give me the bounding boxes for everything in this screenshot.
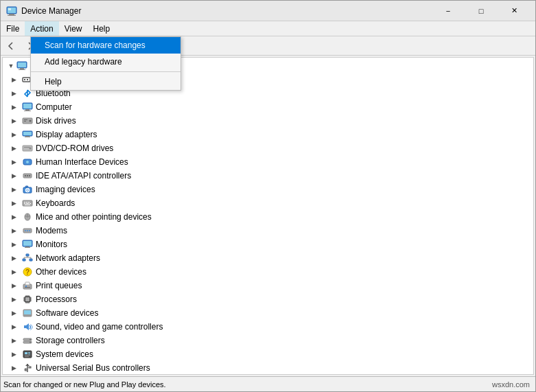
svg-point-43: [27, 175, 28, 176]
device-icon-usb: [22, 362, 33, 373]
tree-item-system[interactable]: ▶System devices: [3, 347, 533, 361]
device-icon-hid: [22, 157, 33, 168]
tree-item-imaging[interactable]: ▶Imaging devices: [3, 183, 533, 196]
svg-point-42: [25, 175, 26, 176]
expand-icon-bluetooth: ▶: [8, 88, 19, 99]
device-icon-modems: [22, 225, 33, 236]
app-icon: [6, 5, 17, 16]
svg-rect-46: [25, 186, 28, 187]
tree-item-processors[interactable]: ▶Processors: [3, 292, 533, 306]
root-expand-icon: ▼: [5, 60, 16, 71]
menu-add-legacy[interactable]: Add legacy hardware: [31, 54, 180, 70]
tree-item-sound[interactable]: ▶Sound, video and game controllers: [3, 320, 533, 334]
tree-item-storage[interactable]: ▶Storage controllers: [3, 334, 533, 347]
device-icon-display-adapters: [22, 129, 33, 140]
tree-content[interactable]: ▼ DESKTOP-XXXXX ▶Batteries▶Bluetooth▶Com…: [2, 57, 534, 375]
tree-item-computer[interactable]: ▶Computer: [3, 100, 533, 114]
menu-separator: [31, 71, 180, 72]
device-icon-disk-drives: [22, 115, 33, 126]
svg-rect-50: [24, 202, 25, 203]
svg-rect-20: [23, 78, 30, 82]
device-icon-network: [22, 253, 33, 264]
window-controls: − □ ✕: [432, 1, 530, 21]
tree-item-software[interactable]: ▶Software devices: [3, 306, 533, 320]
svg-rect-55: [30, 203, 31, 204]
status-right: wsxdn.com: [492, 380, 533, 389]
svg-rect-34: [25, 137, 30, 137]
menu-action[interactable]: Action: [25, 21, 58, 36]
device-icon-print-queues: [22, 280, 33, 291]
svg-rect-30: [24, 121, 26, 122]
device-label-monitors: Monitors: [36, 240, 67, 249]
expand-icon-processors: ▶: [8, 294, 19, 305]
svg-point-40: [26, 161, 29, 163]
menu-scan-hardware[interactable]: Scan for hardware changes: [31, 37, 180, 54]
expand-icon-modems: ▶: [8, 225, 19, 236]
svg-rect-54: [26, 203, 29, 204]
svg-rect-104: [28, 354, 30, 354]
svg-rect-81: [25, 297, 30, 301]
svg-rect-105: [25, 355, 30, 356]
expand-icon-imaging: ▶: [8, 184, 19, 195]
device-icon-storage: [22, 335, 33, 346]
tree-item-display-adapters[interactable]: ▶Display adapters: [3, 128, 533, 141]
device-label-sound: Sound, video and game controllers: [36, 322, 163, 332]
window-title: Device Manager: [21, 6, 432, 16]
svg-rect-52: [28, 202, 30, 203]
tree-item-keyboards[interactable]: ▶Keyboards: [3, 196, 533, 210]
device-label-dvd-cd-rom: DVD/CD-ROM drives: [36, 143, 113, 153]
device-icon-computer: [22, 102, 33, 113]
svg-rect-17: [18, 62, 26, 67]
expand-icon-mice: ▶: [8, 211, 19, 222]
menu-help[interactable]: Help: [88, 21, 116, 36]
tree-item-print-queues[interactable]: ▶Print queues: [3, 279, 533, 292]
expand-icon-software: ▶: [8, 308, 19, 319]
menu-view[interactable]: View: [59, 21, 88, 36]
svg-rect-25: [23, 104, 32, 108]
svg-rect-53: [24, 203, 25, 204]
expand-icon-hid: ▶: [8, 157, 19, 168]
device-manager-window: Device Manager − □ ✕ File Action View He…: [0, 0, 536, 392]
device-label-disk-drives: Disk drives: [36, 116, 76, 126]
svg-rect-64: [23, 241, 32, 246]
tree-item-other[interactable]: ▶?Other devices: [3, 265, 533, 279]
svg-rect-67: [26, 254, 29, 256]
device-label-ide-atapi: IDE ATA/ATAPI controllers: [36, 171, 131, 181]
action-dropdown: Scan for hardware changes Add legacy har…: [30, 36, 181, 91]
device-icon-imaging: [22, 184, 33, 195]
device-icon-keyboards: [22, 198, 33, 209]
minimize-button[interactable]: −: [432, 1, 464, 21]
device-label-modems: Modems: [36, 226, 67, 235]
tree-item-disk-drives[interactable]: ▶Disk drives: [3, 114, 533, 128]
device-label-keyboards: Keyboards: [36, 198, 75, 208]
device-label-processors: Processors: [36, 295, 77, 304]
expand-icon-usb: ▶: [8, 362, 19, 373]
close-button[interactable]: ✕: [498, 1, 530, 21]
tree-item-mice[interactable]: ▶Mice and other pointing devices: [3, 210, 533, 224]
svg-rect-2: [8, 15, 16, 16]
device-label-storage: Storage controllers: [36, 336, 105, 345]
device-icon-sound: [22, 321, 33, 332]
tree-item-usb[interactable]: ▶Universal Serial Bus controllers: [3, 361, 533, 375]
device-icon-processors: [22, 294, 33, 305]
device-label-usb: Universal Serial Bus controllers: [36, 363, 150, 373]
tree-item-network[interactable]: ▶Network adapters: [3, 251, 533, 265]
device-label-imaging: Imaging devices: [36, 185, 95, 194]
menu-help-item[interactable]: Help: [31, 73, 180, 90]
svg-rect-4: [8, 8, 11, 10]
device-tree: ▼ DESKTOP-XXXXX ▶Batteries▶Bluetooth▶Com…: [3, 58, 533, 375]
svg-rect-37: [24, 147, 30, 148]
tree-item-hid[interactable]: ▶Human Interface Devices: [3, 155, 533, 169]
maximize-button[interactable]: □: [465, 1, 497, 21]
tree-item-modems[interactable]: ▶Modems: [3, 224, 533, 238]
tree-item-dvd-cd-rom[interactable]: ▶DVD/CD-ROM drives: [3, 141, 533, 155]
device-icon-monitors: [22, 239, 33, 250]
expand-icon-storage: ▶: [8, 335, 19, 346]
svg-rect-18: [20, 68, 24, 69]
expand-icon-sound: ▶: [8, 321, 19, 332]
device-label-mice: Mice and other pointing devices: [36, 212, 152, 222]
menu-file[interactable]: File: [1, 21, 25, 36]
back-button[interactable]: [3, 38, 20, 54]
tree-item-monitors[interactable]: ▶Monitors: [3, 238, 533, 251]
tree-item-ide-atapi[interactable]: ▶IDE ATA/ATAPI controllers: [3, 169, 533, 183]
